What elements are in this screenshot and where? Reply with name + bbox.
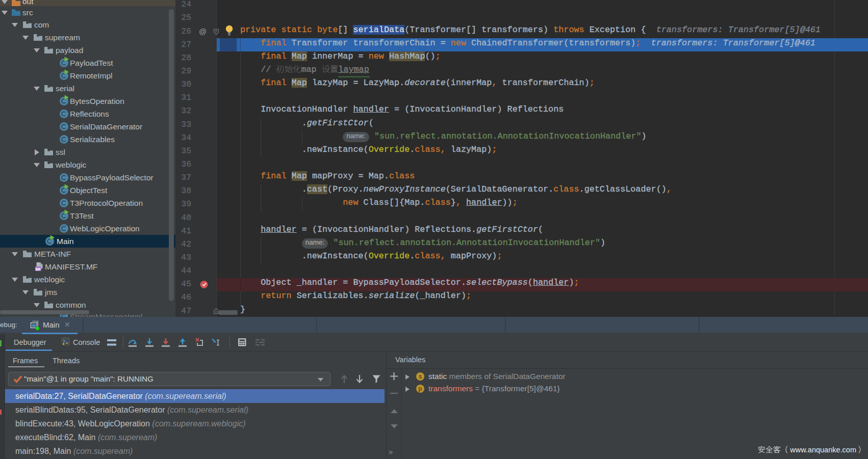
- svg-text:p: p: [418, 385, 422, 392]
- svg-text:s: s: [419, 373, 422, 380]
- svg-text:MF: MF: [36, 266, 41, 271]
